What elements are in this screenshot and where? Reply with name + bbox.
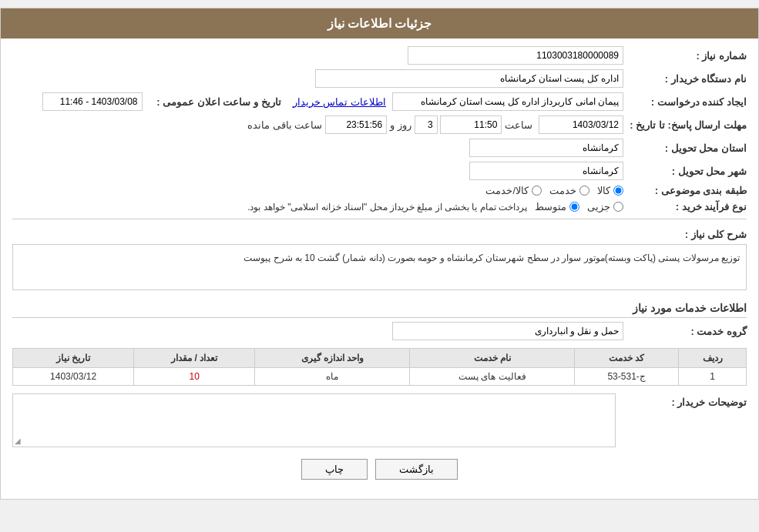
buyer-org-row: نام دستگاه خریدار : xyxy=(12,69,747,88)
category-label: طبقه بندی موضوعی : xyxy=(623,185,747,196)
purchase-medium-radio[interactable] xyxy=(569,202,579,212)
cell-service-code: ج-531-53 xyxy=(574,368,678,386)
page-title: جزئیات اطلاعات نیاز xyxy=(327,17,432,30)
category-kala-label: کالا xyxy=(597,185,610,196)
deadline-date-input[interactable] xyxy=(539,115,623,134)
need-desc-text: توزیع مرسولات پستی (پاکت وبسته)موتور سوا… xyxy=(243,253,740,263)
need-number-label: شماره نیاز : xyxy=(623,50,747,62)
content-area: شماره نیاز : نام دستگاه خریدار : ایجاد ک… xyxy=(1,38,758,499)
col-row-num: ردیف xyxy=(679,349,747,368)
contact-info-link[interactable]: اطلاعات تماس خریدار xyxy=(293,96,386,108)
deadline-label: مهلت ارسال پاسخ: تا تاریخ : xyxy=(623,119,747,131)
cell-need-date: 1403/03/12 xyxy=(13,368,134,386)
category-both-label: کالا/خدمت xyxy=(485,185,529,196)
service-group-input[interactable] xyxy=(392,322,623,340)
page-header: جزئیات اطلاعات نیاز xyxy=(1,8,758,38)
creator-label: ایجاد کننده درخواست : xyxy=(623,96,747,108)
city-input[interactable] xyxy=(469,162,623,180)
buyer-notes-row: توضیحات خریدار : ◢ xyxy=(12,393,747,447)
purchase-partial-radio[interactable] xyxy=(613,202,623,212)
days-label: روز و xyxy=(390,119,411,131)
remaining-time-input[interactable] xyxy=(325,115,387,134)
purchase-type-label: نوع فرآیند خرید : xyxy=(623,201,747,212)
category-kala-radio[interactable] xyxy=(613,186,623,196)
col-service-name: نام خدمت xyxy=(410,349,574,368)
province-row: استان محل تحویل : xyxy=(12,139,747,157)
category-row: طبقه بندی موضوعی : کالا خدمت کالا/خدمت xyxy=(12,185,747,196)
purchase-partial-label: جزیی xyxy=(587,201,610,212)
category-both-item: کالا/خدمت xyxy=(485,185,542,196)
category-service-radio[interactable] xyxy=(579,186,589,196)
buyer-notes-box: ◢ xyxy=(12,393,616,447)
col-quantity: تعداد / مقدار xyxy=(134,349,255,368)
bottom-buttons: بازگشت چاپ xyxy=(12,459,747,480)
back-button[interactable]: بازگشت xyxy=(375,459,458,480)
service-group-label: گروه خدمت : xyxy=(623,326,747,337)
purchase-note: پرداخت تمام یا بخشی از مبلغ خریداز محل "… xyxy=(247,202,527,212)
category-radio-group: کالا خدمت کالا/خدمت xyxy=(485,185,623,196)
city-label: شهر محل تحویل : xyxy=(623,166,747,177)
category-kala-item: کالا xyxy=(597,185,623,196)
category-both-radio[interactable] xyxy=(532,186,542,196)
need-desc-box: توزیع مرسولات پستی (پاکت وبسته)موتور سوا… xyxy=(12,244,747,290)
remaining-label: ساعت باقی مانده xyxy=(247,119,322,131)
buyer-org-input[interactable] xyxy=(315,69,623,88)
col-unit: واحد اندازه گیری xyxy=(255,349,410,368)
services-table-section: ردیف کد خدمت نام خدمت واحد اندازه گیری ت… xyxy=(12,348,747,386)
resize-icon: ◢ xyxy=(15,437,21,445)
province-input[interactable] xyxy=(469,139,623,157)
service-group-row: گروه خدمت : xyxy=(12,322,747,340)
cell-quantity: 10 xyxy=(134,368,255,386)
purchase-type-row: نوع فرآیند خرید : جزیی متوسط پرداخت تمام… xyxy=(12,201,747,212)
need-number-input[interactable] xyxy=(408,46,623,65)
purchase-radio-group: جزیی متوسط xyxy=(535,201,623,212)
deadline-time-input[interactable] xyxy=(440,115,502,134)
col-service-code: کد خدمت xyxy=(574,349,678,368)
category-service-item: خدمت xyxy=(549,185,589,196)
deadline-days-input[interactable] xyxy=(415,115,438,134)
buyer-notes-label: توضیحات خریدار : xyxy=(623,393,747,408)
creator-input[interactable] xyxy=(392,92,623,111)
cell-unit: ماه xyxy=(255,368,410,386)
page-container: جزئیات اطلاعات نیاز شماره نیاز : نام دست… xyxy=(0,8,759,500)
separator-1 xyxy=(12,219,747,219)
services-section-title: اطلاعات خدمات مورد نیاز xyxy=(12,302,747,318)
creator-row: ایجاد کننده درخواست : اطلاعات تماس خریدا… xyxy=(12,92,747,111)
services-table: ردیف کد خدمت نام خدمت واحد اندازه گیری ت… xyxy=(12,348,747,386)
city-row: شهر محل تحویل : xyxy=(12,162,747,180)
category-service-label: خدمت xyxy=(549,185,576,196)
time-label: ساعت xyxy=(505,119,532,131)
deadline-row: مهلت ارسال پاسخ: تا تاریخ : ساعت روز و س… xyxy=(12,115,747,134)
print-button[interactable]: چاپ xyxy=(301,459,368,480)
need-desc-row: شرح کلی نیاز : توزیع مرسولات پستی (پاکت … xyxy=(12,226,747,294)
purchase-partial-item: جزیی xyxy=(587,201,623,212)
table-row: 1 ج-531-53 فعالیت های پست ماه 10 1403/03… xyxy=(13,368,747,386)
cell-service-name: فعالیت های پست xyxy=(410,368,574,386)
announce-date-label: تاریخ و ساعت اعلان عمومی : xyxy=(143,96,281,108)
cell-row-num: 1 xyxy=(679,368,747,386)
purchase-medium-item: متوسط xyxy=(535,201,579,212)
need-number-row: شماره نیاز : xyxy=(12,46,747,65)
buyer-org-label: نام دستگاه خریدار : xyxy=(623,73,747,85)
col-need-date: تاریخ نیاز xyxy=(13,349,134,368)
purchase-medium-label: متوسط xyxy=(535,201,566,212)
announce-date-input[interactable] xyxy=(42,92,143,111)
need-desc-label: شرح کلی نیاز : xyxy=(623,226,747,240)
province-label: استان محل تحویل : xyxy=(623,142,747,154)
